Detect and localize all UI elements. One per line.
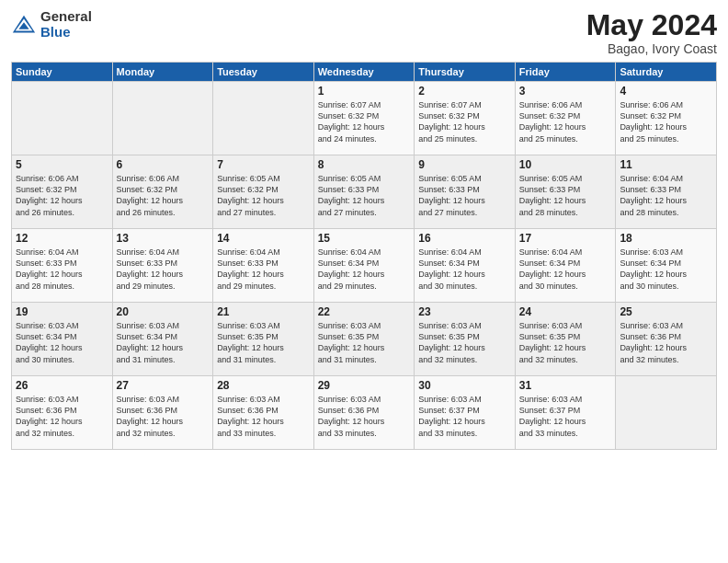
day-info: Sunrise: 6:03 AM Sunset: 6:36 PM Dayligh… — [117, 394, 210, 439]
day-number: 11 — [620, 158, 712, 171]
day-info: Sunrise: 6:03 AM Sunset: 6:34 PM Dayligh… — [620, 247, 712, 292]
calendar-cell: 8Sunrise: 6:05 AM Sunset: 6:33 PM Daylig… — [313, 155, 415, 229]
calendar-cell: 4Sunrise: 6:06 AM Sunset: 6:32 PM Daylig… — [616, 82, 717, 155]
day-info: Sunrise: 6:03 AM Sunset: 6:36 PM Dayligh… — [16, 394, 108, 439]
calendar-cell — [616, 376, 717, 450]
day-info: Sunrise: 6:04 AM Sunset: 6:33 PM Dayligh… — [16, 247, 108, 292]
calendar-cell: 26Sunrise: 6:03 AM Sunset: 6:36 PM Dayli… — [12, 376, 113, 450]
day-info: Sunrise: 6:07 AM Sunset: 6:32 PM Dayligh… — [418, 99, 511, 144]
weekday-header-thursday: Thursday — [415, 63, 516, 82]
calendar-cell: 27Sunrise: 6:03 AM Sunset: 6:36 PM Dayli… — [112, 376, 213, 450]
day-number: 6 — [117, 158, 210, 171]
day-info: Sunrise: 6:03 AM Sunset: 6:37 PM Dayligh… — [418, 394, 511, 439]
calendar-cell: 28Sunrise: 6:03 AM Sunset: 6:36 PM Dayli… — [213, 376, 314, 450]
day-info: Sunrise: 6:04 AM Sunset: 6:33 PM Dayligh… — [620, 173, 712, 218]
calendar-cell: 3Sunrise: 6:06 AM Sunset: 6:32 PM Daylig… — [515, 82, 616, 155]
day-number: 7 — [217, 158, 310, 171]
logo-blue: Blue — [40, 25, 92, 40]
calendar-week-4: 19Sunrise: 6:03 AM Sunset: 6:34 PM Dayli… — [12, 303, 717, 376]
calendar-cell: 11Sunrise: 6:04 AM Sunset: 6:33 PM Dayli… — [616, 155, 717, 229]
day-info: Sunrise: 6:03 AM Sunset: 6:36 PM Dayligh… — [620, 320, 712, 365]
day-number: 17 — [519, 232, 612, 245]
calendar-cell: 20Sunrise: 6:03 AM Sunset: 6:34 PM Dayli… — [112, 303, 213, 376]
calendar-cell: 23Sunrise: 6:03 AM Sunset: 6:35 PM Dayli… — [415, 303, 516, 376]
day-info: Sunrise: 6:04 AM Sunset: 6:34 PM Dayligh… — [418, 247, 511, 292]
calendar-cell — [213, 82, 314, 155]
day-info: Sunrise: 6:04 AM Sunset: 6:34 PM Dayligh… — [318, 247, 411, 292]
day-number: 20 — [117, 305, 210, 318]
day-info: Sunrise: 6:03 AM Sunset: 6:34 PM Dayligh… — [117, 320, 210, 365]
day-number: 1 — [318, 85, 411, 98]
calendar-cell: 18Sunrise: 6:03 AM Sunset: 6:34 PM Dayli… — [616, 229, 717, 303]
calendar-table: SundayMondayTuesdayWednesdayThursdayFrid… — [11, 62, 717, 450]
weekday-header-tuesday: Tuesday — [213, 63, 314, 82]
day-info: Sunrise: 6:03 AM Sunset: 6:35 PM Dayligh… — [318, 320, 411, 365]
day-number: 30 — [418, 379, 511, 392]
logo-general: General — [40, 9, 92, 25]
day-number: 27 — [117, 379, 210, 392]
calendar-cell: 17Sunrise: 6:04 AM Sunset: 6:34 PM Dayli… — [515, 229, 616, 303]
day-number: 24 — [519, 305, 612, 318]
day-number: 4 — [620, 85, 712, 98]
weekday-header-wednesday: Wednesday — [313, 63, 415, 82]
day-info: Sunrise: 6:03 AM Sunset: 6:35 PM Dayligh… — [519, 320, 612, 365]
day-info: Sunrise: 6:03 AM Sunset: 6:37 PM Dayligh… — [519, 394, 612, 439]
calendar-cell: 19Sunrise: 6:03 AM Sunset: 6:34 PM Dayli… — [12, 303, 113, 376]
calendar-cell: 16Sunrise: 6:04 AM Sunset: 6:34 PM Dayli… — [415, 229, 516, 303]
day-number: 25 — [620, 305, 712, 318]
day-number: 5 — [16, 158, 108, 171]
day-info: Sunrise: 6:04 AM Sunset: 6:33 PM Dayligh… — [117, 247, 210, 292]
day-info: Sunrise: 6:06 AM Sunset: 6:32 PM Dayligh… — [519, 99, 612, 144]
day-number: 29 — [318, 379, 411, 392]
day-info: Sunrise: 6:06 AM Sunset: 6:32 PM Dayligh… — [117, 173, 210, 218]
logo-text: General Blue — [40, 9, 92, 40]
day-number: 26 — [16, 379, 108, 392]
day-info: Sunrise: 6:03 AM Sunset: 6:36 PM Dayligh… — [318, 394, 411, 439]
calendar-subtitle: Bagao, Ivory Coast — [586, 41, 717, 56]
day-number: 10 — [519, 158, 612, 171]
calendar-cell: 10Sunrise: 6:05 AM Sunset: 6:33 PM Dayli… — [515, 155, 616, 229]
weekday-header-friday: Friday — [515, 63, 616, 82]
day-info: Sunrise: 6:05 AM Sunset: 6:33 PM Dayligh… — [519, 173, 612, 218]
day-info: Sunrise: 6:05 AM Sunset: 6:33 PM Dayligh… — [318, 173, 411, 218]
calendar-cell: 13Sunrise: 6:04 AM Sunset: 6:33 PM Dayli… — [112, 229, 213, 303]
day-info: Sunrise: 6:05 AM Sunset: 6:33 PM Dayligh… — [418, 173, 511, 218]
calendar-cell: 9Sunrise: 6:05 AM Sunset: 6:33 PM Daylig… — [415, 155, 516, 229]
weekday-header-monday: Monday — [112, 63, 213, 82]
day-number: 8 — [318, 158, 411, 171]
day-info: Sunrise: 6:05 AM Sunset: 6:32 PM Dayligh… — [217, 173, 310, 218]
calendar-cell: 21Sunrise: 6:03 AM Sunset: 6:35 PM Dayli… — [213, 303, 314, 376]
day-number: 14 — [217, 232, 310, 245]
calendar-cell: 5Sunrise: 6:06 AM Sunset: 6:32 PM Daylig… — [12, 155, 113, 229]
day-number: 3 — [519, 85, 612, 98]
day-number: 15 — [318, 232, 411, 245]
day-number: 31 — [519, 379, 612, 392]
day-number: 12 — [16, 232, 108, 245]
calendar-week-3: 12Sunrise: 6:04 AM Sunset: 6:33 PM Dayli… — [12, 229, 717, 303]
calendar-cell: 25Sunrise: 6:03 AM Sunset: 6:36 PM Dayli… — [616, 303, 717, 376]
day-info: Sunrise: 6:06 AM Sunset: 6:32 PM Dayligh… — [16, 173, 108, 218]
day-info: Sunrise: 6:03 AM Sunset: 6:35 PM Dayligh… — [217, 320, 310, 365]
calendar-cell: 7Sunrise: 6:05 AM Sunset: 6:32 PM Daylig… — [213, 155, 314, 229]
day-number: 22 — [318, 305, 411, 318]
day-info: Sunrise: 6:07 AM Sunset: 6:32 PM Dayligh… — [318, 99, 411, 144]
calendar-cell: 2Sunrise: 6:07 AM Sunset: 6:32 PM Daylig… — [415, 82, 516, 155]
day-number: 13 — [117, 232, 210, 245]
day-info: Sunrise: 6:04 AM Sunset: 6:33 PM Dayligh… — [217, 247, 310, 292]
day-number: 21 — [217, 305, 310, 318]
calendar-title: May 2024 — [586, 9, 717, 41]
day-number: 19 — [16, 305, 108, 318]
calendar-cell: 14Sunrise: 6:04 AM Sunset: 6:33 PM Dayli… — [213, 229, 314, 303]
calendar-cell: 29Sunrise: 6:03 AM Sunset: 6:36 PM Dayli… — [313, 376, 415, 450]
day-info: Sunrise: 6:06 AM Sunset: 6:32 PM Dayligh… — [620, 99, 712, 144]
day-info: Sunrise: 6:03 AM Sunset: 6:34 PM Dayligh… — [16, 320, 108, 365]
calendar-week-2: 5Sunrise: 6:06 AM Sunset: 6:32 PM Daylig… — [12, 155, 717, 229]
day-number: 2 — [418, 85, 511, 98]
weekday-header-saturday: Saturday — [616, 63, 717, 82]
day-info: Sunrise: 6:04 AM Sunset: 6:34 PM Dayligh… — [519, 247, 612, 292]
calendar-cell: 12Sunrise: 6:04 AM Sunset: 6:33 PM Dayli… — [12, 229, 113, 303]
calendar-cell: 15Sunrise: 6:04 AM Sunset: 6:34 PM Dayli… — [313, 229, 415, 303]
calendar-cell: 31Sunrise: 6:03 AM Sunset: 6:37 PM Dayli… — [515, 376, 616, 450]
day-number: 18 — [620, 232, 712, 245]
title-block: May 2024 Bagao, Ivory Coast — [586, 9, 717, 56]
